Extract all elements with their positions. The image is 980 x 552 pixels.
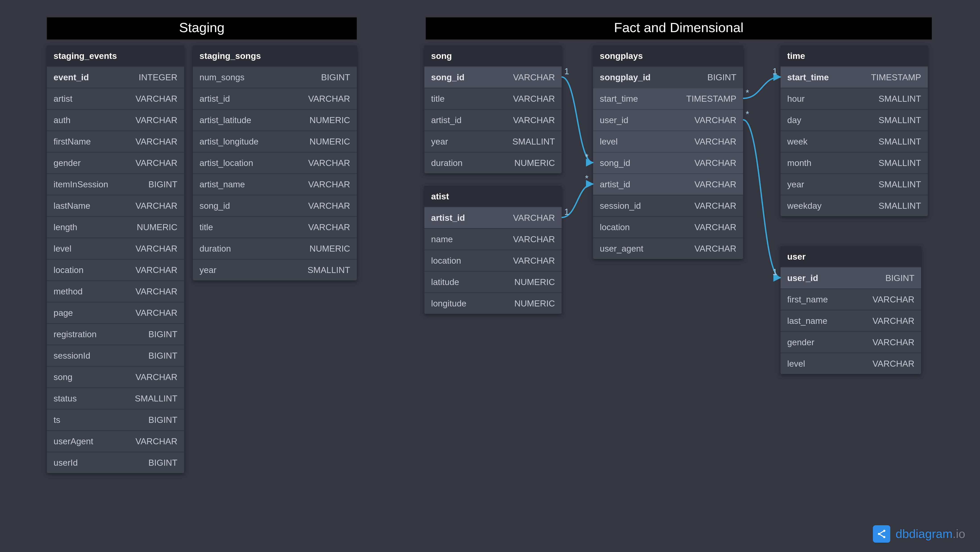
table-column[interactable]: session_idVARCHAR — [593, 195, 743, 216]
table-column[interactable]: artist_idVARCHAR — [193, 88, 357, 109]
column-name: auth — [54, 115, 70, 125]
table-column[interactable]: locationVARCHAR — [425, 249, 562, 271]
table-header: songplays — [593, 46, 743, 66]
table-column[interactable]: weekdaySMALLINT — [781, 195, 928, 216]
table-column[interactable]: durationNUMERIC — [425, 152, 562, 173]
column-name: ts — [54, 415, 60, 425]
table-column[interactable]: artist_longitudeNUMERIC — [193, 130, 357, 152]
table-column[interactable]: artist_nameVARCHAR — [193, 173, 357, 195]
table-column[interactable]: yearSMALLINT — [193, 259, 357, 280]
table-column[interactable]: methodVARCHAR — [47, 280, 184, 302]
table-column[interactable]: firstNameVARCHAR — [47, 130, 184, 152]
table-column[interactable]: lengthNUMERIC — [47, 216, 184, 238]
table-column[interactable]: start_timeTIMESTAMP — [593, 88, 743, 109]
table-column[interactable]: num_songsBIGINT — [193, 66, 357, 88]
table-column[interactable]: userAgentVARCHAR — [47, 430, 184, 452]
table-column[interactable]: durationNUMERIC — [193, 238, 357, 259]
column-name: method — [54, 286, 83, 297]
column-type: NUMERIC — [310, 244, 350, 254]
table-column[interactable]: lastNameVARCHAR — [47, 195, 184, 216]
table-user[interactable]: useruser_idBIGINTfirst_nameVARCHARlast_n… — [781, 246, 921, 374]
table-column[interactable]: first_nameVARCHAR — [781, 289, 921, 310]
table-column[interactable]: last_nameVARCHAR — [781, 310, 921, 331]
table-column[interactable]: genderVARCHAR — [47, 152, 184, 173]
table-column[interactable]: authVARCHAR — [47, 109, 184, 130]
table-column[interactable]: artist_idVARCHAR — [593, 173, 743, 195]
table-artist[interactable]: atistartist_idVARCHARnameVARCHARlocation… — [425, 186, 562, 314]
table-column[interactable]: song_idVARCHAR — [425, 66, 562, 88]
table-time[interactable]: timestart_timeTIMESTAMPhourSMALLINTdaySM… — [781, 46, 928, 216]
table-staging-events[interactable]: staging_eventsevent_idINTEGERartistVARCH… — [47, 46, 184, 473]
column-name: weekday — [787, 201, 822, 211]
column-name: last_name — [787, 316, 827, 326]
table-column[interactable]: daySMALLINT — [781, 109, 928, 130]
column-name: start_time — [600, 94, 638, 104]
column-type: VARCHAR — [694, 201, 737, 211]
table-column[interactable]: artistVARCHAR — [47, 88, 184, 109]
column-name: artist_id — [431, 115, 462, 125]
table-column[interactable]: pageVARCHAR — [47, 302, 184, 323]
table-column[interactable]: yearSMALLINT — [781, 173, 928, 195]
table-column[interactable]: artist_idVARCHAR — [425, 109, 562, 130]
table-songplays[interactable]: songplayssongplay_idBIGINTstart_timeTIME… — [593, 46, 743, 259]
table-column[interactable]: statusSMALLINT — [47, 387, 184, 409]
table-column[interactable]: user_idVARCHAR — [593, 109, 743, 130]
table-column[interactable]: songplay_idBIGINT — [593, 66, 743, 88]
column-type: VARCHAR — [694, 158, 737, 168]
table-column[interactable]: user_idBIGINT — [781, 267, 921, 289]
table-column[interactable]: tsBIGINT — [47, 409, 184, 430]
column-type: NUMERIC — [310, 115, 350, 125]
table-column[interactable]: artist_idVARCHAR — [425, 207, 562, 228]
table-column[interactable]: genderVARCHAR — [781, 331, 921, 353]
column-name: user_agent — [600, 244, 643, 254]
footer-brand[interactable]: dbdiagram.io — [873, 525, 965, 542]
column-name: artist_longitude — [199, 136, 259, 146]
table-column[interactable]: titleVARCHAR — [193, 216, 357, 238]
table-column[interactable]: artist_latitudeNUMERIC — [193, 109, 357, 130]
column-name: hour — [787, 94, 805, 104]
column-name: month — [787, 158, 811, 168]
table-column[interactable]: levelVARCHAR — [47, 238, 184, 259]
table-column[interactable]: registrationBIGINT — [47, 323, 184, 344]
table-column[interactable]: locationVARCHAR — [593, 216, 743, 238]
column-type: TIMESTAMP — [686, 94, 737, 104]
column-name: status — [54, 393, 77, 403]
table-column[interactable]: locationVARCHAR — [47, 259, 184, 280]
table-column[interactable]: sessionIdBIGINT — [47, 344, 184, 366]
column-type: VARCHAR — [135, 158, 177, 168]
table-column[interactable]: songVARCHAR — [47, 366, 184, 387]
table-column[interactable]: userIdBIGINT — [47, 452, 184, 473]
column-name: year — [431, 136, 448, 146]
table-column[interactable]: yearSMALLINT — [425, 130, 562, 152]
column-type: SMALLINT — [307, 265, 350, 275]
column-name: page — [54, 308, 73, 318]
table-column[interactable]: weekSMALLINT — [781, 130, 928, 152]
column-type: BIGINT — [148, 329, 177, 339]
table-column[interactable]: monthSMALLINT — [781, 152, 928, 173]
table-song[interactable]: songsong_idVARCHARtitleVARCHARartist_idV… — [425, 46, 562, 173]
table-column[interactable]: event_idINTEGER — [47, 66, 184, 88]
table-column[interactable]: song_idVARCHAR — [593, 152, 743, 173]
table-column[interactable]: song_idVARCHAR — [193, 195, 357, 216]
column-type: VARCHAR — [135, 436, 177, 446]
table-column[interactable]: levelVARCHAR — [781, 353, 921, 374]
table-header: atist — [425, 186, 562, 207]
column-name: userAgent — [54, 436, 93, 446]
table-column[interactable]: start_timeTIMESTAMP — [781, 66, 928, 88]
column-type: VARCHAR — [308, 201, 350, 211]
table-column[interactable]: artist_locationVARCHAR — [193, 152, 357, 173]
column-name: itemInSession — [54, 179, 108, 189]
table-column[interactable]: itemInSessionBIGINT — [47, 173, 184, 195]
column-name: latitude — [431, 277, 459, 287]
table-column[interactable]: latitudeNUMERIC — [425, 271, 562, 292]
table-column[interactable]: user_agentVARCHAR — [593, 238, 743, 259]
column-name: location — [54, 265, 83, 275]
table-column[interactable]: longitudeNUMERIC — [425, 292, 562, 314]
column-name: artist_id — [600, 179, 630, 189]
table-staging-songs[interactable]: staging_songsnum_songsBIGINTartist_idVAR… — [193, 46, 357, 280]
table-column[interactable]: hourSMALLINT — [781, 88, 928, 109]
column-name: songplay_id — [600, 72, 651, 82]
table-column[interactable]: levelVARCHAR — [593, 130, 743, 152]
table-column[interactable]: nameVARCHAR — [425, 228, 562, 249]
table-column[interactable]: titleVARCHAR — [425, 88, 562, 109]
